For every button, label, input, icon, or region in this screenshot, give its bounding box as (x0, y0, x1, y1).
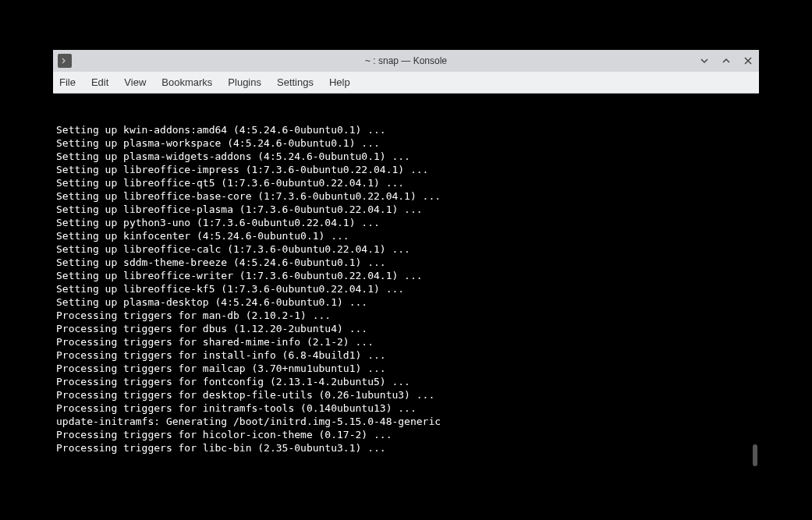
terminal-line: update-initramfs: Generating /boot/initr… (56, 415, 756, 428)
menu-settings[interactable]: Settings (277, 76, 314, 88)
terminal-line: Setting up libreoffice-calc (1:7.3.6-0ub… (56, 242, 756, 256)
terminal-line: Setting up sddm-theme-breeze (4:5.24.6-0… (56, 256, 756, 269)
terminal-line: Processing triggers for hicolor-icon-the… (56, 428, 756, 441)
terminal-line: Processing triggers for man-db (2.10.2-1… (56, 309, 756, 322)
terminal-line: Processing triggers for dbus (1.12.20-2u… (56, 322, 756, 335)
app-icon (58, 54, 72, 68)
titlebar[interactable]: ~ : snap — Konsole (53, 50, 759, 72)
terminal-scrollbar[interactable] (751, 94, 757, 471)
terminal-line: Processing triggers for desktop-file-uti… (56, 388, 756, 401)
scrollbar-thumb[interactable] (753, 444, 757, 466)
terminal-line: Setting up libreoffice-qt5 (1:7.3.6-0ubu… (56, 176, 756, 189)
konsole-window: ~ : snap — Konsole File Edit View Bookma… (53, 50, 759, 471)
menu-bookmarks[interactable]: Bookmarks (161, 76, 212, 88)
menu-help[interactable]: Help (329, 76, 350, 88)
terminal-line: Processing triggers for install-info (6.… (56, 348, 756, 362)
menu-file[interactable]: File (59, 76, 76, 88)
terminal-line: Setting up plasma-desktop (4:5.24.6-0ubu… (56, 295, 756, 309)
terminal-line: Setting up libreoffice-writer (1:7.3.6-0… (56, 269, 756, 282)
terminal-line: Processing triggers for shared-mime-info… (56, 335, 756, 348)
terminal-output: Setting up kwin-addons:amd64 (4:5.24.6-0… (56, 123, 756, 455)
terminal-line: Setting up kinfocenter (4:5.24.6-0ubuntu… (56, 229, 756, 242)
window-title: ~ : snap — Konsole (365, 55, 447, 66)
terminal-line: Processing triggers for libc-bin (2.35-0… (56, 441, 756, 455)
terminal-line: Setting up kwin-addons:amd64 (4:5.24.6-0… (56, 123, 756, 136)
window-controls (698, 55, 754, 67)
menu-edit[interactable]: Edit (91, 76, 108, 88)
minimize-button[interactable] (698, 55, 711, 67)
terminal-line: Setting up libreoffice-base-core (1:7.3.… (56, 189, 756, 203)
terminal-line: Setting up libreoffice-impress (1:7.3.6-… (56, 163, 756, 176)
terminal-line: Setting up plasma-workspace (4:5.24.6-0u… (56, 136, 756, 150)
terminal-line: Setting up libreoffice-plasma (1:7.3.6-0… (56, 203, 756, 216)
terminal-line: Processing triggers for fontconfig (2.13… (56, 375, 756, 388)
terminal-line: Processing triggers for mailcap (3.70+nm… (56, 362, 756, 375)
menu-view[interactable]: View (124, 76, 146, 88)
menubar: File Edit View Bookmarks Plugins Setting… (53, 72, 759, 94)
terminal-line: Setting up plasma-widgets-addons (4:5.24… (56, 150, 756, 163)
terminal-viewport[interactable]: Setting up kwin-addons:amd64 (4:5.24.6-0… (53, 94, 759, 471)
menu-plugins[interactable]: Plugins (228, 76, 261, 88)
terminal-line: Setting up libreoffice-kf5 (1:7.3.6-0ubu… (56, 282, 756, 295)
maximize-button[interactable] (720, 55, 732, 67)
close-button[interactable] (742, 55, 754, 67)
terminal-line: Setting up python3-uno (1:7.3.6-0ubuntu0… (56, 216, 756, 229)
terminal-line: Processing triggers for initramfs-tools … (56, 401, 756, 415)
